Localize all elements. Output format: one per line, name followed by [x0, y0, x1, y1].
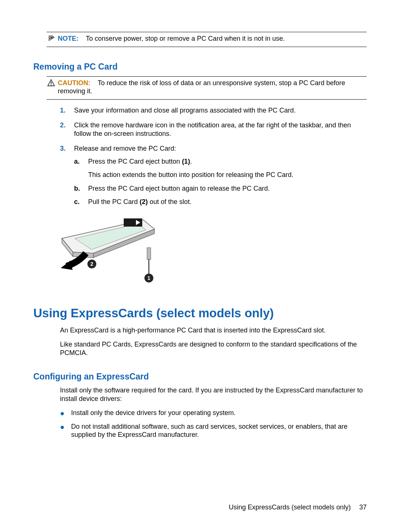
config-intro: Install only the software required for t… — [60, 386, 367, 403]
substep-a-extra: This action extends the button into posi… — [88, 171, 367, 179]
config-bullet-list: ● Install only the device drivers for yo… — [33, 409, 367, 439]
caution-icon — [47, 79, 55, 87]
footer-page-number: 37 — [359, 503, 367, 511]
substep-b: b. Press the PC Card eject button again … — [74, 184, 367, 193]
step-text: Save your information and close all prog… — [74, 106, 367, 115]
document-page: NOTE: To conserve power, stop or remove … — [0, 0, 400, 532]
expresscard-intro-1: An ExpressCard is a high-performance PC … — [60, 326, 367, 335]
note-admonition: NOTE: To conserve power, stop or remove … — [47, 32, 367, 47]
step-1: 1. Save your information and close all p… — [33, 106, 367, 115]
substep-c: c. Pull the PC Card (2) out of the slot. — [74, 198, 367, 206]
bullet-text: Install only the device drivers for your… — [71, 409, 367, 417]
step-text: Click the remove hardware icon in the no… — [74, 121, 367, 138]
heading-configuring-expresscard: Configuring an ExpressCard — [33, 372, 367, 382]
svg-text:1: 1 — [147, 275, 150, 281]
svg-point-5 — [51, 84, 51, 85]
heading-removing-pc-card: Removing a PC Card — [33, 62, 367, 72]
config-bullet-2: ● Do not install additional software, su… — [33, 422, 367, 439]
caution-admonition: CAUTION: To reduce the risk of loss of d… — [47, 76, 367, 100]
substep-text: Press the PC Card eject button again to … — [88, 184, 367, 193]
step-marker: 2. — [60, 121, 67, 130]
expresscard-intro-2: Like standard PC Cards, ExpressCards are… — [60, 340, 367, 357]
substep-a: a. Press the PC Card eject button (1). T… — [74, 157, 367, 179]
bullet-text: Do not install additional software, such… — [71, 422, 367, 439]
step-text: Release and remove the PC Card: a. Press… — [74, 144, 367, 211]
caution-body: CAUTION: To reduce the risk of loss of d… — [58, 79, 366, 96]
note-text: To conserve power, stop or remove a PC C… — [86, 35, 285, 42]
pc-card-illustration: 1 2 — [60, 218, 367, 288]
lettered-substeps: a. Press the PC Card eject button (1). T… — [74, 157, 367, 206]
caution-label: CAUTION: — [58, 79, 90, 87]
bullet-icon: ● — [60, 423, 64, 431]
note-body: NOTE: To conserve power, stop or remove … — [58, 34, 366, 43]
substep-marker: c. — [74, 198, 81, 206]
substep-text: Pull the PC Card (2) out of the slot. — [88, 198, 367, 206]
step-2: 2. Click the remove hardware icon in the… — [33, 121, 367, 138]
step-3-intro: Release and remove the PC Card: — [74, 145, 176, 152]
footer-title: Using ExpressCards (select models only) — [229, 503, 351, 511]
note-label: NOTE: — [58, 35, 79, 42]
svg-rect-11 — [147, 248, 151, 260]
heading-using-expresscards: Using ExpressCards (select models only) — [33, 306, 367, 320]
config-bullet-1: ● Install only the device drivers for yo… — [33, 409, 367, 417]
ordered-steps: 1. Save your information and close all p… — [33, 106, 367, 211]
caution-text: To reduce the risk of loss of data or an… — [58, 79, 345, 95]
note-icon — [47, 35, 55, 42]
substep-marker: a. — [74, 157, 81, 166]
bullet-icon: ● — [60, 409, 64, 417]
page-footer: Using ExpressCards (select models only) … — [229, 503, 367, 511]
step-marker: 1. — [60, 106, 67, 115]
substep-text: Press the PC Card eject button (1). This… — [88, 157, 367, 179]
substep-marker: b. — [74, 184, 81, 193]
step-3: 3. Release and remove the PC Card: a. Pr… — [33, 144, 367, 211]
svg-text:2: 2 — [90, 261, 93, 267]
step-marker: 3. — [60, 144, 67, 153]
